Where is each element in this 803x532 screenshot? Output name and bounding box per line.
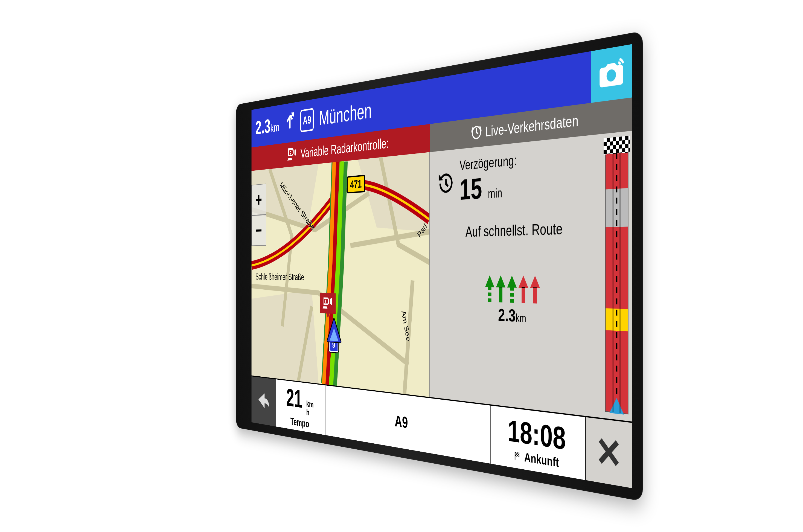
delay-label: Verzögerung: xyxy=(459,152,517,173)
flag-icon xyxy=(514,450,521,462)
position-marker-icon xyxy=(609,397,624,414)
street-label: Am See xyxy=(400,309,412,342)
close-icon xyxy=(596,434,622,470)
gps-device: GARMIN 2.3km A9 München xyxy=(236,31,643,501)
lane-arrow-icon xyxy=(507,276,517,303)
dashcam-button[interactable] xyxy=(591,44,632,103)
delay-unit: min xyxy=(488,186,502,201)
vehicle-position-icon xyxy=(327,318,341,342)
lane-distance: 2.3km xyxy=(437,303,598,329)
street-label: Parl xyxy=(416,221,428,240)
lane-arrow-icon xyxy=(496,275,506,302)
history-icon xyxy=(437,169,455,196)
lane-guidance xyxy=(437,275,598,305)
lane-dist-value: 2.3 xyxy=(498,305,516,325)
main-area: Schleißheimer Straße Münchener Straße Am… xyxy=(252,131,632,421)
next-turn-distance: 2.3km xyxy=(255,113,279,139)
lane-dist-unit: km xyxy=(516,311,526,324)
delay-row: Verzögerung: 15 min xyxy=(437,144,598,208)
eta-readout[interactable]: 18:08 Ankunft xyxy=(491,405,586,480)
lane-arrow-icon xyxy=(530,276,540,303)
delay-value: 15 xyxy=(459,171,482,206)
svg-point-0 xyxy=(607,69,616,82)
svg-rect-6 xyxy=(515,452,519,456)
zoom-control: + − xyxy=(252,184,266,246)
finish-flag-icon xyxy=(604,135,630,154)
traffic-info: Verzögerung: 15 min Auf schnellst. Route xyxy=(430,133,605,418)
speed-camera-icon xyxy=(287,144,297,165)
zoom-out-button[interactable]: − xyxy=(252,214,266,246)
speed-value: 21 xyxy=(286,383,302,413)
zoom-in-button[interactable]: + xyxy=(252,184,266,215)
lane-arrow-icon xyxy=(518,276,529,303)
distance-unit: km xyxy=(270,120,279,134)
close-button[interactable] xyxy=(586,417,632,488)
street-label: Schleißheimer Straße xyxy=(255,272,304,282)
status-bar: 21 km h Tempo A9 18:08 An xyxy=(252,375,632,488)
current-road[interactable]: A9 xyxy=(325,385,491,463)
back-icon xyxy=(257,388,270,414)
back-button[interactable] xyxy=(252,376,276,426)
screen: 2.3km A9 München xyxy=(252,44,632,488)
distance-value: 2.3 xyxy=(255,115,270,138)
route-message: Auf schnellst. Route xyxy=(437,218,598,241)
speed-readout[interactable]: 21 km h Tempo xyxy=(276,379,325,435)
traffic-panel[interactable]: Live-Verkehrsdaten Verz xyxy=(430,131,632,421)
bear-right-icon xyxy=(284,110,295,135)
lane-arrow-icon xyxy=(485,275,495,302)
autobahn-shield: A9 xyxy=(300,108,314,132)
speed-unit: h xyxy=(306,407,314,417)
bundesstrasse-sign: 471 xyxy=(347,174,365,193)
congestion-strip xyxy=(605,138,628,414)
map-view[interactable]: Schleißheimer Straße Münchener Straße Am… xyxy=(252,152,430,397)
camera-icon xyxy=(597,53,626,94)
